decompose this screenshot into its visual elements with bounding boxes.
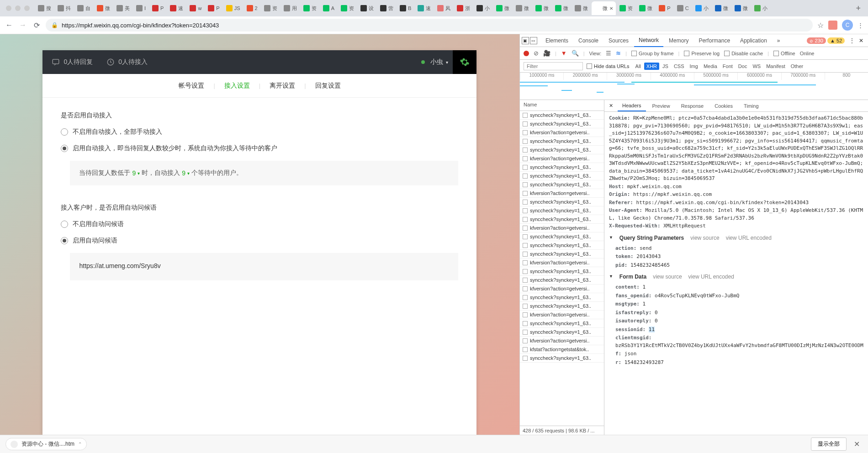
request-checkbox[interactable]: [523, 269, 528, 274]
browser-tab[interactable]: JS: [223, 1, 243, 15]
tab-console[interactable]: Console: [574, 35, 603, 47]
request-checkbox[interactable]: [523, 295, 528, 300]
tab-elements[interactable]: Elements: [541, 35, 573, 47]
request-checkbox[interactable]: [523, 338, 528, 343]
request-row[interactable]: kfversion?action=getversi..: [520, 337, 604, 345]
download-item[interactable]: 资源中心 - 微信....htm ⌃: [5, 438, 87, 450]
greeting-text-input[interactable]: https://at.umeng.com/Sryu8v: [70, 253, 458, 280]
view-source-link[interactable]: view source: [653, 273, 682, 281]
browser-tab[interactable]: 搜: [35, 1, 54, 15]
browser-tab[interactable]: 微: [572, 1, 591, 15]
browser-tab[interactable]: 小: [752, 1, 770, 15]
tab-access[interactable]: 接入设置: [215, 82, 259, 90]
address-bar[interactable]: 🔒 https://mpkf.weixin.qq.com/cgi-bin/kfi…: [46, 19, 813, 32]
tab-memory[interactable]: Memory: [664, 35, 693, 47]
browser-tab[interactable]: P: [656, 1, 673, 15]
request-row[interactable]: synccheck?synckey=1_63..: [520, 293, 604, 302]
request-checkbox[interactable]: [523, 243, 528, 248]
browser-tab[interactable]: 微✕: [592, 1, 616, 15]
request-checkbox[interactable]: [523, 234, 528, 239]
form-data-section[interactable]: ▼Form Data view source view URL encoded: [609, 273, 863, 281]
browser-tab[interactable]: B: [397, 1, 414, 15]
browser-tab[interactable]: 微: [636, 1, 655, 15]
browser-tab[interactable]: A: [320, 1, 337, 15]
request-row[interactable]: kfversion?action=getversi..: [520, 128, 604, 137]
browser-tab[interactable]: 速: [415, 1, 434, 15]
request-checkbox[interactable]: [523, 139, 528, 144]
request-row[interactable]: synccheck?synckey=1_63..: [520, 172, 604, 180]
tab-application[interactable]: Application: [736, 35, 772, 47]
close-window[interactable]: [6, 5, 11, 11]
request-row[interactable]: synccheck?synckey=1_63..: [520, 328, 604, 337]
request-row[interactable]: kfstat?action=getstat&tok..: [520, 345, 604, 354]
request-row[interactable]: synccheck?synckey=1_63..: [520, 198, 604, 206]
request-checkbox[interactable]: [523, 130, 528, 135]
request-checkbox[interactable]: [523, 121, 528, 126]
request-checkbox[interactable]: [523, 182, 528, 187]
browser-tab[interactable]: 小: [474, 1, 492, 15]
filter-icon[interactable]: ▼: [561, 50, 567, 57]
query-params-section[interactable]: ▼Query String Parameters view source vie…: [609, 234, 863, 242]
inspect-button[interactable]: ▣: [522, 37, 529, 44]
browser-tab[interactable]: 微: [712, 1, 731, 15]
close-detail-icon[interactable]: ✕: [606, 103, 616, 109]
tab-network[interactable]: Network: [634, 34, 663, 47]
throttle-select[interactable]: Online: [800, 51, 815, 56]
request-row[interactable]: kfversion?action=getversi..: [520, 311, 604, 319]
tab-more[interactable]: »: [773, 35, 785, 47]
pending-reply[interactable]: 0人待回复: [52, 58, 93, 66]
request-row[interactable]: synccheck?synckey=1_63..: [520, 163, 604, 172]
request-row[interactable]: kfversion?action=getversi..: [520, 258, 604, 267]
request-checkbox[interactable]: [523, 191, 528, 196]
browser-tab[interactable]: 用: [281, 1, 300, 15]
request-row[interactable]: synccheck?synckey=1_63..: [520, 276, 604, 284]
bookmark-icon[interactable]: ☆: [817, 21, 824, 30]
browser-tab[interactable]: P: [149, 1, 166, 15]
radio-greeting-off[interactable]: 不启用自动问候语: [61, 220, 458, 228]
name-column-header[interactable]: Name: [520, 100, 604, 111]
radio-manual[interactable]: 不启用自动接入，全部手动接入: [61, 128, 458, 136]
settings-button[interactable]: [453, 50, 476, 74]
browser-tab[interactable]: 微: [533, 1, 551, 15]
user-dropdown[interactable]: 小虫 ▾: [421, 58, 448, 66]
back-button[interactable]: ←: [5, 21, 14, 30]
browser-tab[interactable]: 资: [338, 1, 357, 15]
request-row[interactable]: synccheck?synckey=1_63..: [520, 241, 604, 250]
request-checkbox[interactable]: [523, 226, 528, 231]
browser-tab[interactable]: 资: [261, 1, 280, 15]
minimize-window[interactable]: [15, 5, 21, 11]
request-checkbox[interactable]: [523, 156, 528, 161]
profile-avatar[interactable]: C: [842, 20, 853, 31]
browser-tab[interactable]: 小: [693, 1, 711, 15]
request-row[interactable]: synccheck?synckey=1_63..: [520, 111, 604, 120]
clear-button[interactable]: ⊘: [534, 50, 539, 57]
browser-tab[interactable]: 微: [94, 1, 113, 15]
chevron-down-icon[interactable]: ▾: [138, 171, 140, 176]
new-tab-button[interactable]: +: [852, 4, 864, 13]
browser-tab[interactable]: 微: [513, 1, 532, 15]
browser-tab[interactable]: 自: [74, 1, 93, 15]
request-checkbox[interactable]: [523, 113, 528, 118]
tab-account[interactable]: 帐号设置: [169, 82, 213, 90]
browser-tab[interactable]: C: [674, 1, 692, 15]
request-checkbox[interactable]: [523, 321, 528, 326]
threshold-select[interactable]: 9: [132, 169, 136, 177]
browser-tab[interactable]: 微: [493, 1, 512, 15]
request-checkbox[interactable]: [523, 278, 528, 283]
request-checkbox[interactable]: [523, 200, 528, 205]
request-row[interactable]: kfversion?action=getversi..: [520, 189, 604, 198]
request-row[interactable]: synccheck?synckey=1_63..: [520, 232, 604, 241]
request-checkbox[interactable]: [523, 252, 528, 257]
filter-type-js[interactable]: JS: [660, 63, 671, 70]
browser-tab[interactable]: I: [133, 1, 148, 15]
request-row[interactable]: synccheck?synckey=1_63..: [520, 137, 604, 146]
request-checkbox[interactable]: [523, 330, 528, 335]
request-checkbox[interactable]: [523, 217, 528, 222]
request-row[interactable]: synccheck?synckey=1_63..: [520, 354, 604, 363]
filter-type-media[interactable]: Media: [701, 63, 720, 70]
chevron-down-icon[interactable]: ▾: [187, 171, 190, 176]
filter-type-img[interactable]: Img: [688, 63, 700, 70]
close-tab-icon[interactable]: ✕: [609, 6, 613, 11]
view-url-encoded-link[interactable]: view URL encoded: [726, 234, 772, 242]
group-by-frame-checkbox[interactable]: Group by frame: [631, 51, 673, 56]
